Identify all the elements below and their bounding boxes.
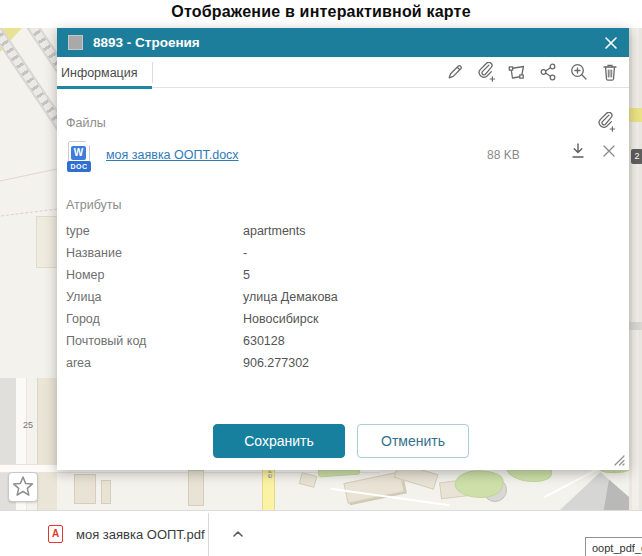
tab-information[interactable]: Информация: [57, 57, 152, 88]
close-icon[interactable]: [602, 34, 620, 52]
save-button[interactable]: Сохранить: [213, 424, 345, 458]
downloaded-file-name: моя заявка ООПТ.pdf: [76, 527, 205, 542]
active-tab-underline: [57, 86, 152, 89]
map-building: [36, 216, 58, 268]
cancel-button[interactable]: Отменить: [357, 424, 469, 458]
attribute-row: Почтовый код 630128: [66, 330, 486, 352]
doc-badge: DOC: [67, 161, 91, 172]
edit-pencil-icon[interactable]: [445, 62, 465, 82]
downloaded-file-item[interactable]: A моя заявка ООПТ.pdf: [38, 519, 256, 549]
attributes-section-label: Атрибуты: [66, 198, 122, 212]
tab-separator: [152, 62, 153, 83]
map-marker-badge: 2: [631, 149, 642, 164]
attribute-row: Название -: [66, 242, 486, 264]
dialog-toolbar: [445, 62, 620, 82]
page-title: Отображение в интерактивной карте: [0, 3, 642, 21]
feature-dialog: 8893 - Строения Информация: [57, 28, 629, 470]
dialog-tabbar: Информация: [57, 57, 629, 88]
word-document-icon: W DOC: [67, 141, 93, 172]
map-building: [299, 472, 318, 488]
layer-color-swatch: [68, 35, 83, 50]
screenshot-root: Отображение в интерактивной карте 25 ена: [0, 0, 642, 556]
download-file-icon[interactable]: [567, 140, 589, 162]
attached-file-link[interactable]: моя заявка ООПТ.docx: [106, 148, 239, 162]
attribute-row: Улица улица Демакова: [66, 286, 486, 308]
filename-overlay: oopt_pdf_q: [585, 537, 642, 556]
map-building: [188, 470, 204, 506]
file-size: 88 KB: [487, 148, 520, 162]
attribute-row: type apartments: [66, 220, 486, 242]
favorites-button[interactable]: [8, 472, 38, 502]
map-house-number-label: 25: [23, 420, 33, 430]
dialog-buttons: Сохранить Отменить: [57, 424, 629, 458]
map-building: [101, 480, 111, 504]
download-bar-separator: [208, 513, 209, 556]
add-attachment-icon[interactable]: [596, 112, 616, 132]
map-building: [37, 378, 57, 510]
map-road: [632, 28, 639, 510]
attribute-row: Город Новосибирск: [66, 308, 486, 330]
dialog-title: 8893 - Строения: [93, 35, 200, 50]
share-icon[interactable]: [538, 62, 558, 82]
pdf-file-icon: A: [48, 525, 63, 543]
attach-file-icon[interactable]: [476, 62, 496, 82]
delete-trash-icon[interactable]: [600, 62, 620, 82]
chevron-up-icon[interactable]: [230, 526, 246, 542]
remove-file-icon[interactable]: [598, 140, 620, 162]
dialog-header[interactable]: 8893 - Строения: [57, 28, 629, 57]
zoom-in-icon[interactable]: [569, 62, 589, 82]
attributes-table: type apartments Название - Номер 5 Улица…: [66, 220, 486, 374]
doc-letter: W: [71, 146, 86, 160]
attribute-row: Номер 5: [66, 264, 486, 286]
map-building: [629, 322, 642, 330]
map-building: [74, 474, 96, 504]
map-street-yellow: [629, 108, 642, 122]
edit-geometry-icon[interactable]: [507, 62, 527, 82]
attribute-row: area 906.277302: [66, 352, 486, 374]
files-section-label: Файлы: [66, 116, 106, 130]
resize-handle[interactable]: [611, 452, 627, 468]
map-boundary-line: [0, 167, 65, 183]
star-icon: [10, 474, 36, 500]
browser-download-bar: A моя заявка ООПТ.pdf: [0, 510, 642, 556]
